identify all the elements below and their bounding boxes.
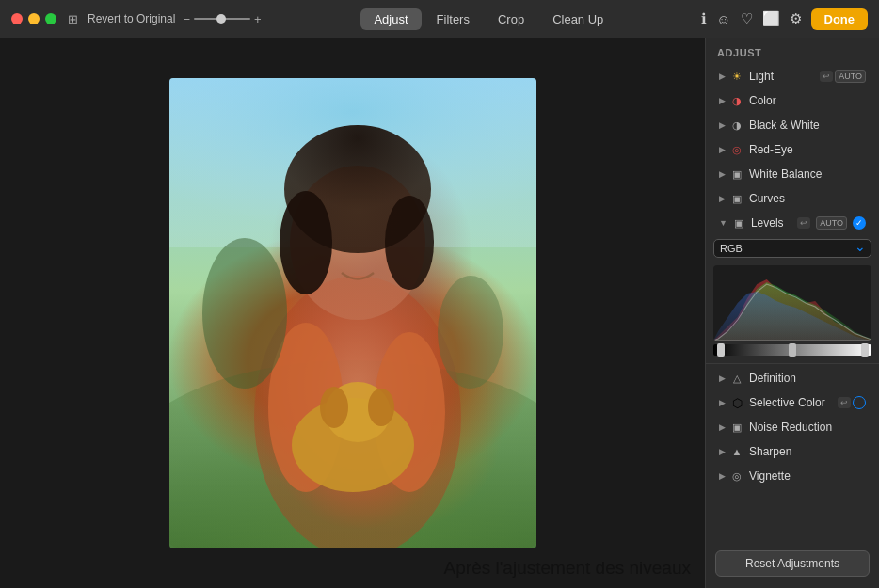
main-content: ADJUST ▶ ☀ Light ↩ AUTO ▶ ◑ Color ▶ ◑ Bl… <box>0 38 879 588</box>
curves-icon: ▣ <box>729 191 744 206</box>
levels-revert-icon[interactable]: ↩ <box>797 217 810 229</box>
tab-crop[interactable]: Crop <box>485 8 537 30</box>
noise-reduction-label: Noise Reduction <box>749 421 866 434</box>
curves-label: Curves <box>749 192 866 205</box>
sun-icon: ☀ <box>729 69 744 84</box>
light-label: Light <box>749 70 818 83</box>
adjust-item-curves[interactable]: ▶ ▣ Curves <box>710 186 875 211</box>
close-button[interactable] <box>11 13 23 24</box>
panel-title: ADJUST <box>706 38 879 64</box>
svg-point-13 <box>202 238 287 389</box>
levels-enabled-check[interactable]: ✓ <box>853 216 866 230</box>
adjust-item-sharpen[interactable]: ▶ ▲ Sharpen <box>710 439 875 464</box>
white-balance-label: White Balance <box>749 167 866 181</box>
wb-icon: ▣ <box>729 167 744 182</box>
chevron-right-icon: ▶ <box>719 120 726 130</box>
redeye-icon: ◎ <box>729 142 744 157</box>
adjust-item-vignette[interactable]: ▶ ◎ Vignette <box>710 464 875 488</box>
chevron-right-icon: ▶ <box>719 96 726 105</box>
sharpen-icon: ▲ <box>729 444 744 459</box>
adjust-item-white-balance[interactable]: ▶ ▣ White Balance <box>710 162 875 186</box>
adjust-item-black-white[interactable]: ▶ ◑ Black & White <box>710 113 875 137</box>
vignette-icon: ◎ <box>729 469 744 484</box>
levels-controls: ↩ AUTO ✓ <box>795 216 866 230</box>
adjust-item-selective-color[interactable]: ▶ ⬡ Selective Color ↩ <box>710 390 875 415</box>
chevron-right-icon: ▶ <box>719 373 726 383</box>
right-panel: ADJUST ▶ ☀ Light ↩ AUTO ▶ ◑ Color ▶ ◑ Bl… <box>705 38 879 588</box>
rgb-channel-select[interactable]: RGB Red Green Blue <box>713 239 871 258</box>
window-icon: ⊞ <box>68 12 78 26</box>
adjust-item-levels[interactable]: ▼ ▣ Levels ↩ AUTO ✓ <box>710 211 875 235</box>
chevron-right-icon: ▶ <box>719 194 726 203</box>
info-button[interactable]: ℹ <box>701 10 707 27</box>
adjust-item-noise-reduction[interactable]: ▶ ▣ Noise Reduction <box>710 415 875 439</box>
definition-icon: △ <box>729 371 744 386</box>
svg-point-11 <box>280 191 332 294</box>
toolbar-right: ℹ ☺ ♡ ⬜ ⚙ Done <box>701 8 868 30</box>
revert-icon[interactable]: ↩ <box>820 71 833 82</box>
vignette-label: Vignette <box>749 469 866 483</box>
selective-color-circle-icon[interactable] <box>853 396 866 409</box>
histogram <box>713 265 871 341</box>
black-white-label: Black & White <box>749 119 866 132</box>
adjust-item-color[interactable]: ▶ ◑ Color <box>710 88 875 113</box>
chevron-down-icon: ▼ <box>719 218 727 228</box>
photo-area <box>0 38 705 588</box>
toolbar-tabs: Adjust Filters Crop Clean Up <box>277 8 702 30</box>
tab-adjust[interactable]: Adjust <box>360 8 421 30</box>
color-label: Color <box>749 94 866 107</box>
levels-midpoint-handle[interactable] <box>789 343 796 357</box>
zoom-in-button[interactable]: + <box>254 12 262 26</box>
favorite-button[interactable]: ♡ <box>741 10 753 27</box>
selective-color-revert[interactable]: ↩ <box>838 397 851 408</box>
traffic-lights <box>11 13 56 24</box>
levels-white-point-handle[interactable] <box>861 343 869 357</box>
done-button[interactable]: Done <box>811 8 869 30</box>
zoom-slider[interactable] <box>194 18 250 20</box>
chevron-right-icon: ▶ <box>719 72 726 81</box>
selective-color-icon: ⬡ <box>729 395 744 410</box>
chevron-right-icon: ▶ <box>719 471 726 481</box>
chevron-right-icon: ▶ <box>719 169 726 179</box>
auto-badge[interactable]: AUTO <box>835 70 866 83</box>
svg-point-12 <box>385 196 434 290</box>
tab-filters[interactable]: Filters <box>424 8 483 30</box>
histogram-chart <box>713 265 871 341</box>
definition-label: Definition <box>749 372 866 385</box>
color-icon: ◑ <box>729 93 744 108</box>
bw-icon: ◑ <box>729 118 744 133</box>
zoom-out-button[interactable]: − <box>183 12 190 26</box>
sharpen-label: Sharpen <box>749 445 866 458</box>
chevron-right-icon: ▶ <box>719 398 726 407</box>
tab-cleanup[interactable]: Clean Up <box>539 8 616 30</box>
red-eye-label: Red-Eye <box>749 143 866 156</box>
adjust-item-red-eye[interactable]: ▶ ◎ Red-Eye <box>710 137 875 162</box>
chevron-right-icon: ▶ <box>719 447 726 456</box>
chevron-right-icon: ▶ <box>719 145 726 154</box>
levels-label: Levels <box>751 216 795 230</box>
photo-svg-overlay <box>169 78 536 548</box>
adjust-item-definition[interactable]: ▶ △ Definition <box>710 366 875 390</box>
divider <box>706 363 879 364</box>
adjust-item-light[interactable]: ▶ ☀ Light ↩ AUTO <box>710 64 875 88</box>
svg-point-14 <box>438 276 503 389</box>
svg-point-7 <box>320 387 348 428</box>
levels-black-point-handle[interactable] <box>717 343 725 357</box>
emoji-button[interactable]: ☺ <box>716 11 730 27</box>
levels-slider[interactable] <box>713 344 871 356</box>
zoom-controls: − + <box>183 12 261 26</box>
bottom-caption: Après l'ajustement des niveaux <box>444 558 691 579</box>
reset-adjustments-button[interactable]: Reset Adjustments <box>715 550 870 577</box>
minimize-button[interactable] <box>28 13 40 24</box>
selective-color-label: Selective Color <box>749 396 836 409</box>
revert-to-original-button[interactable]: Revert to Original <box>88 12 175 25</box>
levels-auto-badge[interactable]: AUTO <box>816 216 847 230</box>
levels-icon: ▣ <box>731 215 746 230</box>
share-button[interactable]: ⬜ <box>762 10 780 27</box>
titlebar: ⊞ Revert to Original − + Adjust Filters … <box>0 0 879 38</box>
maximize-button[interactable] <box>45 13 56 24</box>
chevron-right-icon: ▶ <box>719 422 726 432</box>
zoom-slider-thumb[interactable] <box>216 14 226 24</box>
svg-point-8 <box>368 389 394 426</box>
more-button[interactable]: ⚙ <box>790 10 802 27</box>
